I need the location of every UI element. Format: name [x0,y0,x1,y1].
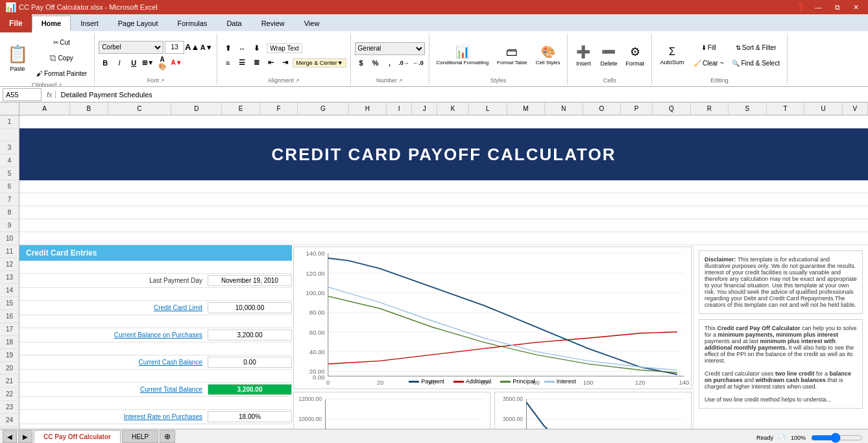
number-expand-icon[interactable]: ↗ [398,78,403,84]
value-current-total-balance[interactable]: 3,200.00 [208,384,292,395]
align-center-btn[interactable]: ☰ [235,56,248,69]
col-header-j[interactable]: J [412,102,437,115]
row-num-24[interactable]: 24 [0,414,19,427]
col-header-s[interactable]: S [729,102,767,115]
value-cc-limit[interactable]: 10,000.00 [208,302,292,313]
insert-btn[interactable]: ➕ Insert [572,37,595,75]
col-header-l[interactable]: L [469,102,507,115]
format-btn[interactable]: ⚙ Format [622,37,647,75]
row-num-16[interactable]: 16 [0,310,19,323]
underline-btn[interactable]: U [127,56,140,69]
number-format-select[interactable]: General [355,42,425,55]
indent-decrease-btn[interactable]: ⇤ [264,56,277,69]
cut-btn[interactable]: ✂ Cut [33,35,90,49]
tab-file[interactable]: File [0,14,32,32]
label-current-balance-purchases[interactable]: Current Balance on Purchases [19,331,208,339]
align-left-btn[interactable]: ≡ [221,56,234,69]
decimal-decrease-btn[interactable]: ←.0 [412,56,425,69]
value-last-payment[interactable]: November 19, 2010 [208,275,292,286]
row-num-19[interactable]: 19 [0,349,19,362]
tab-review[interactable]: Review [252,16,295,31]
row-num-10[interactable]: 10 [0,232,19,245]
row-num-12[interactable]: 12 [0,258,19,271]
conditional-formatting-btn[interactable]: 📊 Conditional Formatting [433,37,492,75]
row-num-17[interactable]: 17 [0,323,19,336]
font-grow-btn[interactable]: A▲ [186,41,199,54]
col-header-q[interactable]: Q [653,102,691,115]
sheet-tab-2[interactable]: HELP [122,430,158,443]
row-num-2[interactable]: 2 [0,128,19,141]
row-num-11[interactable]: 11 [0,245,19,258]
autosum-btn[interactable]: Σ AutoSum [656,37,688,75]
find-select-btn[interactable]: 🔍 Find & Select [729,56,782,71]
col-header-o[interactable]: O [583,102,621,115]
comma-btn[interactable]: , [383,56,396,69]
delete-btn[interactable]: ➖ Delete [597,37,620,75]
col-header-k[interactable]: K [437,102,469,115]
paste-btn[interactable]: 📋 Paste [4,39,31,77]
clipboard-expand-icon[interactable]: ↗ [58,82,62,88]
fill-color-btn[interactable]: A🎨 [156,56,169,69]
row-num-3[interactable]: 3 [0,141,19,154]
formula-input[interactable] [58,90,865,99]
label-current-cash-balance[interactable]: Current Cash Balance [19,359,208,366]
cell-ref-input[interactable] [3,88,42,101]
col-header-r[interactable]: R [691,102,729,115]
tab-page-layout[interactable]: Page Layout [108,16,168,31]
merge-center-btn[interactable]: Merge & Center▼ [293,58,346,67]
row-num-18[interactable]: 18 [0,336,19,349]
row-num-6[interactable]: 6 [0,180,19,193]
bold-btn[interactable]: B [99,56,112,69]
align-middle-btn[interactable]: ↔ [235,42,248,55]
border-btn[interactable]: ⊞▼ [141,56,154,69]
currency-btn[interactable]: $ [355,56,368,69]
col-header-n[interactable]: N [545,102,583,115]
row-num-21[interactable]: 21 [0,375,19,388]
font-size-input[interactable] [165,41,184,54]
value-current-balance-purchases[interactable]: 3,200.00 [208,329,292,341]
wrap-text-btn[interactable]: Wrap Text [267,43,302,53]
col-header-p[interactable]: P [621,102,653,115]
col-header-b[interactable]: B [70,102,108,115]
row-num-22[interactable]: 22 [0,388,19,401]
percent-btn[interactable]: % [369,56,382,69]
row-num-4[interactable]: 4 [0,154,19,167]
insert-sheet-btn[interactable]: ⊕ [160,430,175,443]
col-header-g[interactable]: G [298,102,348,115]
col-header-t[interactable]: T [767,102,805,115]
col-header-e[interactable]: E [222,102,260,115]
label-interest-rate-purchases[interactable]: Interest Rate on Purchases [19,413,208,420]
align-right-btn[interactable]: ≣ [250,56,263,69]
italic-btn[interactable]: I [113,56,126,69]
tab-home[interactable]: Home [32,16,71,31]
font-shrink-btn[interactable]: A▼ [200,41,213,54]
row-num-14[interactable]: 14 [0,284,19,297]
align-bottom-btn[interactable]: ⬇ [250,42,263,55]
row-num-13[interactable]: 13 [0,271,19,284]
col-header-c[interactable]: C [108,102,172,115]
decimal-increase-btn[interactable]: .0→ [398,56,411,69]
col-header-f[interactable]: F [260,102,298,115]
copy-btn[interactable]: ⿻ Copy [33,51,90,65]
row-num-9[interactable]: 9 [0,219,19,232]
zoom-slider[interactable] [811,433,863,443]
close-btn[interactable]: ✕ [849,3,863,12]
col-header-v[interactable]: V [843,102,868,115]
clear-btn[interactable]: 🧹 Clear ~ [690,56,727,71]
row-num-7[interactable]: 7 [0,193,19,206]
row-num-20[interactable]: 20 [0,362,19,375]
row-num-23[interactable]: 23 [0,401,19,414]
format-as-table-btn[interactable]: 🗃 Format Table [494,37,531,75]
col-header-a[interactable]: A [19,102,70,115]
value-interest-rate-purchases[interactable]: 18.00% [208,411,292,422]
sheet-tab-active[interactable]: CC Pay Off Calculator [34,430,121,443]
row-num-1[interactable]: 1 [0,115,19,128]
sort-filter-btn[interactable]: ⇅ Sort & Filter [729,41,782,55]
alignment-expand-icon[interactable]: ↗ [295,78,300,84]
value-current-cash-balance[interactable]: 0.00 [208,357,292,368]
sheet-nav-prev[interactable]: ◀ [3,430,17,443]
indent-increase-btn[interactable]: ⇥ [278,56,291,69]
help-icon[interactable]: ❓ [797,3,806,12]
col-header-u[interactable]: U [804,102,843,115]
label-cc-limit[interactable]: Credit Card Limit [19,304,208,311]
